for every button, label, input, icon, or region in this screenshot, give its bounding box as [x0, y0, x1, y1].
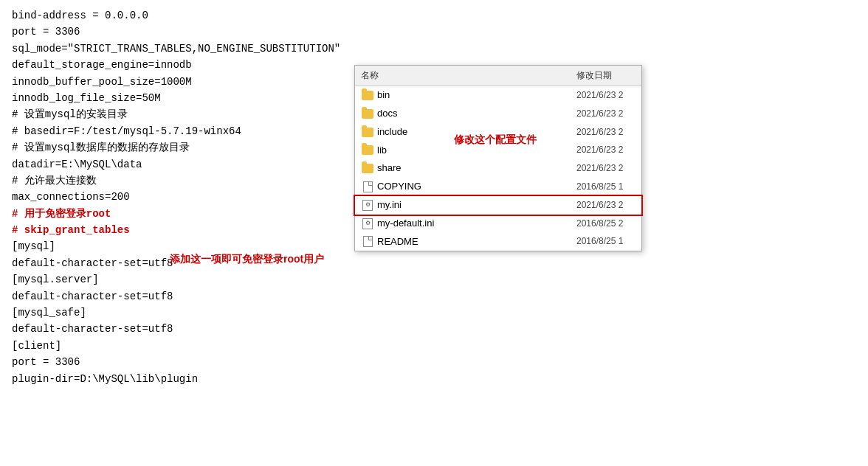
callout-skip: 添加这一项即可免密登录root用户	[170, 251, 324, 267]
code-line: [mysql.server]	[12, 271, 856, 288]
file-date: 2021/6/23 2	[576, 107, 636, 121]
code-line: default-character-set=utf8	[12, 321, 856, 337]
folder-icon	[361, 108, 374, 119]
ini-file-icon	[361, 218, 374, 229]
file-name: my.ini	[377, 198, 576, 213]
folder-icon	[361, 90, 374, 102]
code-line: bind-address = 0.0.0.0	[12, 7, 856, 24]
col-date-header: 修改日期	[576, 69, 636, 83]
file-row[interactable]: bin2021/6/23 2	[355, 86, 641, 105]
folder-icon	[361, 163, 374, 175]
folder-icon	[361, 126, 374, 138]
file-row[interactable]: docs2021/6/23 2	[355, 105, 641, 123]
folder-icon	[361, 145, 374, 156]
file-row[interactable]: share2021/6/23 2	[355, 159, 641, 178]
col-name-header: 名称	[361, 69, 576, 83]
file-date: 2021/6/23 2	[576, 88, 636, 102]
file-name: README	[377, 234, 576, 250]
file-date: 2016/8/25 2	[576, 217, 636, 231]
file-row[interactable]: my.ini2021/6/23 2	[355, 196, 641, 215]
file-row[interactable]: README2016/8/25 1	[355, 233, 641, 251]
file-date: 2021/6/23 2	[576, 161, 636, 175]
file-icon	[361, 236, 374, 248]
callout-myini: 修改这个配置文件	[454, 131, 537, 147]
file-icon	[361, 181, 374, 193]
file-list: bin2021/6/23 2docs2021/6/23 2include2021…	[355, 86, 641, 251]
file-name: share	[377, 161, 576, 176]
file-date: 2021/6/23 2	[576, 143, 636, 157]
code-line: sql_mode="STRICT_TRANS_TABLES,NO_ENGINE_…	[12, 41, 856, 57]
code-line: plugin-dir=D:\MySQL\lib\plugin	[12, 371, 856, 387]
code-line: [client]	[12, 338, 856, 354]
file-explorer-header: 名称 修改日期	[355, 66, 641, 86]
code-line: [mysql_safe]	[12, 305, 856, 321]
file-name: COPYING	[377, 179, 576, 195]
file-row[interactable]: COPYING2016/8/25 1	[355, 178, 641, 196]
code-line: default-character-set=utf8	[12, 255, 856, 271]
code-line: port = 3306	[12, 354, 856, 370]
ini-file-icon	[361, 199, 374, 211]
code-line: port = 3306	[12, 24, 856, 40]
code-line: default-character-set=utf8	[12, 288, 856, 305]
file-name: docs	[377, 106, 576, 122]
file-name: bin	[377, 88, 576, 103]
file-date: 2016/8/25 1	[576, 180, 636, 194]
file-date: 2021/6/23 2	[576, 125, 636, 139]
file-name: my-default.ini	[377, 216, 576, 232]
file-date: 2021/6/23 2	[576, 198, 636, 212]
file-explorer: 名称 修改日期 bin2021/6/23 2docs2021/6/23 2inc…	[354, 65, 642, 251]
file-row[interactable]: my-default.ini2016/8/25 2	[355, 215, 641, 233]
file-date: 2016/8/25 1	[576, 234, 636, 248]
